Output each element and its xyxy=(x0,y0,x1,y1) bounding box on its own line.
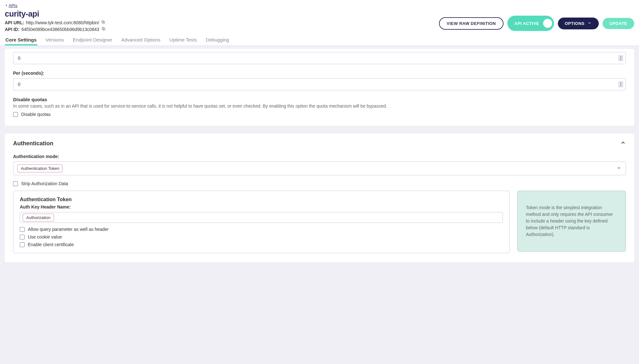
api-title: curity-api xyxy=(5,9,439,19)
auth-panel-title: Authentication xyxy=(13,140,53,147)
strip-auth-checkbox[interactable] xyxy=(13,181,18,186)
opt-cookie-row[interactable]: Use cookie value xyxy=(20,234,503,239)
rate-input-2-wrap: ▴▾ xyxy=(13,78,626,90)
tab-advanced-options[interactable]: Advanced Options xyxy=(120,35,161,45)
tab-versions[interactable]: Versions xyxy=(45,35,65,45)
opt-cert-checkbox[interactable] xyxy=(20,242,25,247)
tab-endpoint-designer[interactable]: Endpoint Designer xyxy=(72,35,113,45)
auth-token-title: Authentication Token xyxy=(20,197,503,202)
strip-auth-label: Strip Authorization Data xyxy=(21,181,68,186)
api-id-label: API ID: xyxy=(5,27,19,32)
tab-uptime-tests[interactable]: Uptime Tests xyxy=(169,35,197,45)
view-raw-button[interactable]: VIEW RAW DEFINITION xyxy=(439,17,504,30)
spinner-icon[interactable]: ▴▾ xyxy=(618,55,623,61)
header-actions: VIEW RAW DEFINITION API ACTIVE OPTIONS U… xyxy=(439,9,634,31)
auth-panel-head[interactable]: Authentication xyxy=(13,140,626,147)
auth-card: Authentication Authentication mode: Auth… xyxy=(5,133,634,262)
api-url-value: http://www.tyk-test.com:8080/httpbin/ xyxy=(26,20,99,25)
rate-input-1-wrap: ▴▾ xyxy=(13,52,626,64)
disable-quotas-desc: In some cases, such as in an API that is… xyxy=(13,103,626,109)
chevron-down-icon xyxy=(617,166,621,171)
tab-core-settings[interactable]: Core Settings xyxy=(5,35,37,45)
api-id-line: API ID: 64f30e089bce438650bb96d9b13c0843 xyxy=(5,27,439,32)
title-row: curity-api API URL: http://www.tyk-test.… xyxy=(5,9,634,32)
opt-cert-row[interactable]: Enable client certificate xyxy=(20,242,503,247)
per-seconds-label: Per (seconds): xyxy=(13,71,626,76)
strip-auth-row[interactable]: Strip Authorization Data xyxy=(13,181,626,186)
spinner-icon[interactable]: ▴▾ xyxy=(618,81,623,87)
rate-card: ▴▾ Per (seconds): ▴▾ Disable quotas In s… xyxy=(5,49,634,126)
opt-query-label: Allow query parameter as well as header xyxy=(28,227,109,232)
content: ▴▾ Per (seconds): ▴▾ Disable quotas In s… xyxy=(0,46,639,279)
opt-query-row[interactable]: Allow query parameter as well as header xyxy=(20,227,503,232)
auth-mode-label: Authentication mode: xyxy=(13,154,626,159)
auth-mode-dropdown[interactable]: Authentication Token xyxy=(13,162,626,175)
copy-icon[interactable] xyxy=(101,27,106,32)
copy-icon[interactable] xyxy=(101,20,105,25)
auth-row: Authentication Token Auth Key Header Nam… xyxy=(13,191,626,253)
update-button[interactable]: UPDATE xyxy=(603,18,634,29)
opt-cookie-label: Use cookie value xyxy=(28,234,62,239)
auth-info-box: Token mode is the simplest integration m… xyxy=(517,191,626,252)
chevron-up-icon[interactable] xyxy=(620,140,626,147)
opt-cert-label: Enable client certificate xyxy=(28,242,74,247)
api-active-toggle[interactable]: API ACTIVE xyxy=(507,16,554,31)
tab-debugging[interactable]: Debugging xyxy=(205,35,230,45)
opt-query-checkbox[interactable] xyxy=(20,227,25,232)
tabs: Core Settings Versions Endpoint Designer… xyxy=(5,35,634,45)
auth-mode-chip: Authentication Token xyxy=(17,164,63,172)
options-label: OPTIONS xyxy=(565,21,585,26)
auth-header-input-wrap: Authorization xyxy=(20,212,503,223)
api-url-line: API URL: http://www.tyk-test.com:8080/ht… xyxy=(5,20,439,25)
api-url-label: API URL: xyxy=(5,20,24,25)
rate-input-1[interactable] xyxy=(13,52,626,64)
breadcrumb-back[interactable]: APIs xyxy=(5,3,634,8)
api-id-value: 64f30e089bce438650bb96d9b13c0843 xyxy=(21,27,99,32)
chevron-left-icon xyxy=(5,3,8,8)
disable-quotas-checkbox-row[interactable]: Disable quotas xyxy=(13,112,626,117)
api-active-label: API ACTIVE xyxy=(514,21,539,26)
disable-quotas-checkbox[interactable] xyxy=(13,112,18,117)
disable-quotas-checkbox-label: Disable quotas xyxy=(21,112,51,117)
auth-header-label: Auth Key Header Name: xyxy=(20,204,503,209)
rate-input-2[interactable] xyxy=(13,78,626,90)
chevron-down-icon xyxy=(587,21,592,26)
options-button[interactable]: OPTIONS xyxy=(558,18,599,29)
auth-header-chip[interactable]: Authorization xyxy=(23,214,54,222)
disable-quotas-title: Disable quotas xyxy=(13,97,626,102)
auth-token-box: Authentication Token Auth Key Header Nam… xyxy=(13,191,510,253)
title-left: curity-api API URL: http://www.tyk-test.… xyxy=(5,9,439,32)
toggle-knob xyxy=(543,19,552,28)
opt-cookie-checkbox[interactable] xyxy=(20,235,25,239)
breadcrumb-label: APIs xyxy=(9,3,17,8)
page-header: APIs curity-api API URL: http://www.tyk-… xyxy=(0,0,639,46)
